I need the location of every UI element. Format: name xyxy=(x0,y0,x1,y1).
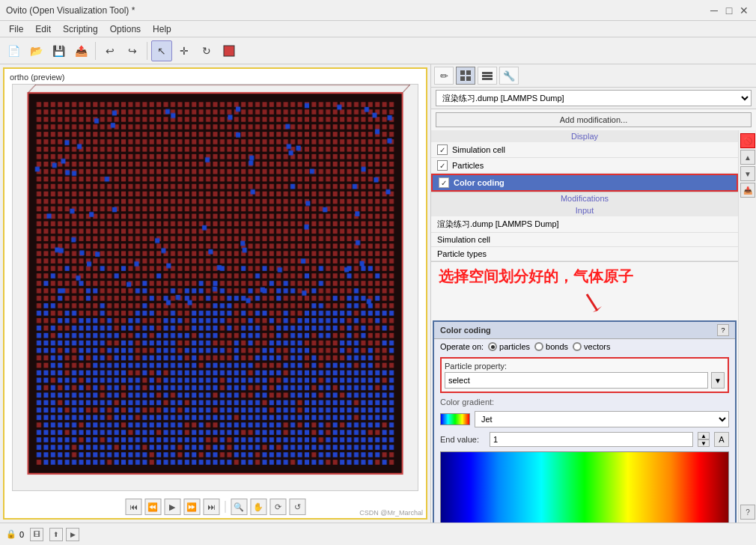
status-export-button[interactable]: ⬆ xyxy=(49,528,63,541)
pan-button[interactable]: ✋ xyxy=(250,499,266,515)
color-coding-panel: Color coding ? Operate on: particles xyxy=(433,320,737,523)
particles-item[interactable]: Particles xyxy=(431,158,738,174)
particle-property-dropdown-arrow[interactable]: ▼ xyxy=(711,372,725,389)
display-section-label: Display xyxy=(431,130,738,142)
svg-rect-3 xyxy=(460,76,465,81)
operate-on-row: Operate on: particles bonds vectors xyxy=(434,339,735,354)
input-parttype-item[interactable]: Particle types xyxy=(431,247,738,261)
export-button[interactable]: 📤 xyxy=(70,40,91,61)
radio-bonds-label: bonds xyxy=(546,342,568,351)
particle-property-label: Particle property: xyxy=(445,362,725,371)
viewport[interactable]: ortho (preview) ⏮ ⏪ ▶ ⏩ ⏭ 🔍 ✋ ⟳ ↺ CSDN @… xyxy=(3,67,427,520)
input-dump-label: 渲染练习.dump [LAMMPS Dump] xyxy=(437,219,559,230)
undo-view-button[interactable]: ↺ xyxy=(289,499,305,515)
toolbar-sep-2 xyxy=(147,42,147,60)
panel-expand-button[interactable]: ? xyxy=(717,324,729,336)
radio-bonds-circle xyxy=(534,342,543,351)
input-dump-item[interactable]: 渲染练习.dump [LAMMPS Dump] xyxy=(431,216,738,233)
color-coding-item[interactable]: Color coding xyxy=(431,174,738,192)
viewport-canvas xyxy=(12,84,418,491)
svg-rect-4 xyxy=(466,76,471,81)
toolbar: 📄 📂 💾 📤 ↩ ↪ ↖ ✛ ↻ xyxy=(0,37,756,64)
end-value-row: End value: 1 ▲ ▼ A xyxy=(434,430,735,448)
menu-help[interactable]: Help xyxy=(147,22,177,36)
prev-frame-button[interactable]: ⏪ xyxy=(144,499,161,515)
color-button[interactable] xyxy=(219,40,240,61)
particles-checkbox[interactable] xyxy=(437,160,448,171)
undo-button[interactable]: ↩ xyxy=(100,40,121,61)
modifications-label: Modifications xyxy=(431,192,738,204)
menu-options[interactable]: Options xyxy=(104,22,147,36)
end-value-input[interactable]: 1 xyxy=(490,432,693,447)
new-button[interactable]: 📄 xyxy=(3,40,24,61)
input-simcell-item[interactable]: Simulation cell xyxy=(431,233,738,247)
main-content: ortho (preview) ⏮ ⏪ ▶ ⏩ ⏭ 🔍 ✋ ⟳ ↺ CSDN @… xyxy=(0,64,756,523)
end-value-down[interactable]: ▼ xyxy=(698,439,710,447)
radio-vectors-label: vectors xyxy=(584,342,610,351)
import-button[interactable]: 📥 xyxy=(740,183,755,198)
reset-button[interactable]: ⟳ xyxy=(269,499,286,515)
radio-particles[interactable]: particles xyxy=(488,342,530,351)
statusbar: 🔒 0 🎞 ⬆ ▶ xyxy=(0,523,756,545)
zoom-button[interactable]: 🔍 xyxy=(231,499,247,515)
color-coding-checkbox[interactable] xyxy=(439,177,449,188)
move-down-button[interactable]: ▼ xyxy=(740,166,755,181)
svg-rect-5 xyxy=(482,72,493,74)
radio-particles-circle xyxy=(488,342,497,351)
simulation-cell-item[interactable]: Simulation cell xyxy=(431,142,738,158)
pipeline-select[interactable]: 渲染练习.dump [LAMMPS Dump] xyxy=(436,90,752,106)
gradient-select[interactable]: Jet xyxy=(475,411,729,427)
next-frame-button[interactable]: ⏩ xyxy=(183,499,200,515)
vp-sep xyxy=(225,501,225,513)
save-button[interactable]: 💾 xyxy=(48,40,69,61)
viewport-controls: ⏮ ⏪ ▶ ⏩ ⏭ 🔍 ✋ ⟳ ↺ xyxy=(125,499,305,515)
watermark: CSDN @Mr_Marchal xyxy=(359,509,423,517)
select-button[interactable]: ↖ xyxy=(151,40,172,61)
pipeline-list: Display Simulation cell Particles Color … xyxy=(431,130,738,192)
play-button[interactable]: ▶ xyxy=(164,499,180,515)
maximize-button[interactable]: □ xyxy=(723,4,735,16)
menu-scripting[interactable]: Scripting xyxy=(57,22,104,36)
svg-rect-2 xyxy=(466,70,471,75)
particle-property-section: Particle property: select ▼ xyxy=(440,357,729,393)
close-button[interactable]: ✕ xyxy=(738,4,750,16)
menu-file[interactable]: File xyxy=(3,22,29,36)
menubar: File Edit Scripting Options Help xyxy=(0,21,756,37)
radio-vectors[interactable]: vectors xyxy=(573,342,610,351)
simulation-cell-checkbox[interactable] xyxy=(437,144,448,155)
panel-layers-button[interactable] xyxy=(478,67,497,85)
radio-bonds[interactable]: bonds xyxy=(534,342,568,351)
first-frame-button[interactable]: ⏮ xyxy=(125,499,141,515)
panel-grid-button[interactable] xyxy=(456,67,475,85)
move-button[interactable]: ✛ xyxy=(174,40,195,61)
particle-property-input[interactable]: select xyxy=(445,372,708,389)
open-button[interactable]: 📂 xyxy=(25,40,46,61)
window-controls: ─ □ ✕ xyxy=(708,4,750,16)
property-select-row: select ▼ xyxy=(445,372,725,389)
status-play-button[interactable]: ▶ xyxy=(66,528,79,541)
end-value-up[interactable]: ▲ xyxy=(698,432,710,439)
svg-rect-1 xyxy=(460,70,465,75)
menu-edit[interactable]: Edit xyxy=(29,22,57,36)
end-value-auto[interactable]: A xyxy=(714,432,729,447)
help-button[interactable]: ? xyxy=(740,505,755,520)
move-up-button[interactable]: ▲ xyxy=(740,150,755,165)
gradient-preview xyxy=(440,413,470,425)
panel-pencil-button[interactable]: ✏ xyxy=(434,67,454,85)
input-simcell-label: Simulation cell xyxy=(437,235,490,244)
color-map-area xyxy=(440,451,729,523)
svg-rect-7 xyxy=(482,78,493,80)
minimize-button[interactable]: ─ xyxy=(708,4,720,16)
rotate-button[interactable]: ↻ xyxy=(196,40,217,61)
last-frame-button[interactable]: ⏭ xyxy=(203,499,219,515)
add-modification-button[interactable]: Add modification... xyxy=(436,112,752,127)
lock-status: 🔒 0 xyxy=(6,529,24,539)
delete-button[interactable]: 🚫 xyxy=(740,133,755,148)
radio-vectors-circle xyxy=(573,342,582,351)
redo-button[interactable]: ↪ xyxy=(122,40,143,61)
status-frame-button[interactable]: 🎞 xyxy=(30,528,43,541)
svg-line-8 xyxy=(587,294,597,311)
panel-hammer-button[interactable]: 🔧 xyxy=(499,67,519,85)
export-status: ⬆ ▶ xyxy=(49,528,79,541)
color-coding-title: Color coding xyxy=(440,326,491,335)
